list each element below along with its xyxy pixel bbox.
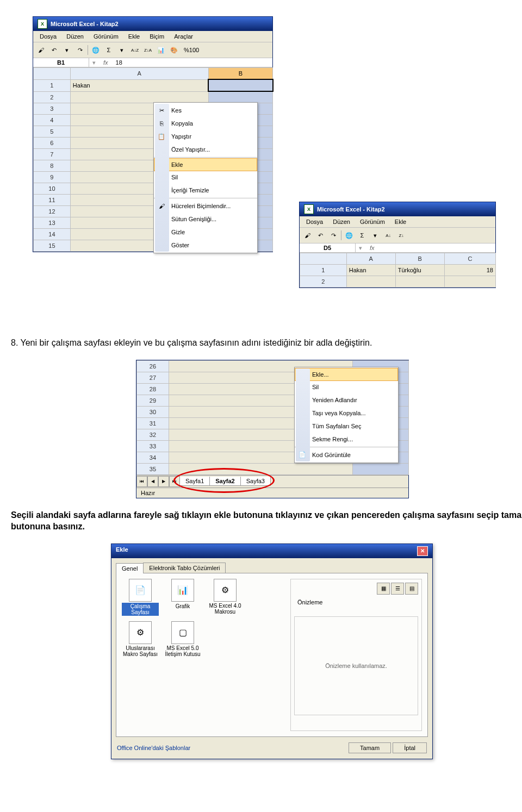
cell-a1[interactable]: Hakan <box>346 265 395 276</box>
tab-nav-next[interactable]: ▶ <box>158 476 169 487</box>
row-header[interactable]: 14 <box>34 229 71 240</box>
tab-genel[interactable]: Genel <box>116 563 144 573</box>
view-list[interactable]: ☰ <box>391 583 404 595</box>
row-header[interactable]: 1 <box>34 79 71 91</box>
cell-c1[interactable]: 18 <box>444 265 495 276</box>
ctx-yapistir[interactable]: 📋Yapıştır <box>154 130 257 143</box>
redo-dropdown-icon[interactable]: ▾ <box>61 45 72 55</box>
row-header[interactable]: 27 <box>137 372 169 383</box>
ctx-tum-sayfalari-sec[interactable]: Tüm Sayfaları Seç <box>295 420 398 433</box>
zoom-value[interactable]: %100 <box>182 47 201 53</box>
menu-dosya[interactable]: Dosya <box>35 32 61 41</box>
dropdown-icon[interactable]: ▾ <box>370 230 381 241</box>
redo-icon[interactable]: ↷ <box>328 230 339 241</box>
row-header[interactable]: 26 <box>137 360 169 372</box>
cancel-button[interactable]: İptal <box>393 742 427 753</box>
menu-ekle[interactable]: Ekle <box>124 32 144 41</box>
hyperlink-icon[interactable]: 🌐 <box>344 230 355 241</box>
menu-araclar[interactable]: Araçlar <box>170 32 197 41</box>
fx-label[interactable]: fx <box>365 245 379 251</box>
select-all-corner[interactable] <box>300 253 347 265</box>
menubar[interactable]: Dosya Düzen Görünüm Ekle <box>300 216 495 228</box>
menu-bicim[interactable]: Biçim <box>145 32 169 41</box>
row-header[interactable]: 11 <box>34 195 71 206</box>
view-details[interactable]: ▤ <box>405 583 418 595</box>
row-header[interactable]: 3 <box>34 103 71 115</box>
undo-icon[interactable]: ↶ <box>315 230 326 241</box>
undo-icon[interactable]: ↶ <box>48 45 59 55</box>
sheet-tab-sayfa2[interactable]: Sayfa2 <box>209 477 240 486</box>
ctx-ekle[interactable]: Ekle... <box>295 368 398 381</box>
cell-b1[interactable] <box>208 79 272 91</box>
fx-label[interactable]: fx <box>99 59 113 66</box>
ctx-ekle[interactable]: Ekle <box>154 158 257 171</box>
sum-icon[interactable]: Σ <box>357 230 368 241</box>
tab-nav-last[interactable]: ⏭ <box>169 476 180 487</box>
template-grafik[interactable]: 📊 Grafik <box>164 579 201 616</box>
hyperlink-icon[interactable]: 🌐 <box>90 45 101 55</box>
row-header[interactable]: 4 <box>34 115 71 126</box>
ctx-hucreleri-bicimlendir[interactable]: 🖌Hücreleri Biçimlendir... <box>154 199 257 213</box>
tab-cozumler[interactable]: Elektronik Tablo Çözümleri <box>143 563 226 573</box>
ctx-goster[interactable]: Göster <box>154 239 257 252</box>
row-header[interactable]: 34 <box>137 452 169 463</box>
sort-desc-icon[interactable]: Z↓A <box>142 45 153 55</box>
row-header[interactable]: 29 <box>137 395 169 406</box>
row-header[interactable]: 6 <box>34 138 71 149</box>
menu-duzen[interactable]: Düzen <box>328 217 355 226</box>
row-header[interactable]: 2 <box>34 91 71 103</box>
ctx-gizle[interactable]: Gizle <box>154 226 257 239</box>
row-header[interactable]: 15 <box>34 240 71 252</box>
menu-gorunum[interactable]: Görünüm <box>356 217 389 226</box>
row-header[interactable]: 5 <box>34 126 71 138</box>
formula-bar[interactable]: 18 <box>113 58 272 67</box>
row-header[interactable]: 30 <box>137 406 169 417</box>
row-header[interactable]: 31 <box>137 417 169 429</box>
paintbrush-icon[interactable]: 🖌 <box>302 230 313 241</box>
ctx-sil[interactable]: Sil <box>295 380 398 393</box>
name-box[interactable]: D5 <box>300 243 356 252</box>
row-header[interactable]: 1 <box>300 265 347 276</box>
ctx-kod-goruntule[interactable]: 📄Kod Görüntüle <box>295 448 398 461</box>
office-online-link[interactable]: Office Online'daki Şablonlar <box>117 745 190 751</box>
sheet-tab-sayfa3[interactable]: Sayfa3 <box>240 477 271 486</box>
chart-icon[interactable]: 📊 <box>156 45 166 55</box>
template-intl-makro[interactable]: ⚙ Uluslararası Makro Sayfası <box>122 621 159 657</box>
tab-nav-first[interactable]: ⏮ <box>136 476 147 487</box>
sum-icon[interactable]: Σ <box>103 45 114 55</box>
row-header[interactable]: 10 <box>34 183 71 195</box>
col-header-a[interactable]: A <box>346 253 395 265</box>
ctx-icerigi-temizle[interactable]: İçeriği Temizle <box>154 184 257 197</box>
ctx-sekme-rengi[interactable]: Sekme Rengi... <box>295 433 398 446</box>
dropdown-icon[interactable]: ▾ <box>116 45 127 55</box>
col-header-b[interactable]: B <box>395 253 444 265</box>
name-box[interactable]: B1 <box>33 58 89 67</box>
paintbrush-icon[interactable]: 🖌 <box>35 45 46 55</box>
ctx-sil[interactable]: Sil <box>154 171 257 184</box>
ctx-tasi-kopyala[interactable]: Taşı veya Kopyala... <box>295 407 398 420</box>
menu-gorunum[interactable]: Görünüm <box>89 32 123 41</box>
drawing-icon[interactable]: 🎨 <box>169 45 179 55</box>
close-button[interactable]: ✕ <box>417 546 428 556</box>
sort-asc-icon[interactable]: A↓Z <box>129 45 140 55</box>
cell-b1[interactable]: Türkoğlu <box>395 265 444 276</box>
cell-a1[interactable]: Hakan <box>70 79 208 91</box>
row-header[interactable]: 12 <box>34 206 71 217</box>
row-header[interactable]: 7 <box>34 149 71 160</box>
select-all-corner[interactable] <box>34 68 71 80</box>
row-header[interactable]: 32 <box>137 429 169 440</box>
namebox-dropdown-icon[interactable]: ▾ <box>356 245 365 252</box>
ctx-kes[interactable]: ✂Kes <box>154 104 257 117</box>
menu-duzen[interactable]: Düzen <box>62 32 88 41</box>
row-header[interactable]: 33 <box>137 440 169 452</box>
row-header[interactable]: 13 <box>34 217 71 229</box>
row-header[interactable]: 35 <box>137 463 169 474</box>
menubar[interactable]: Dosya Düzen Görünüm Ekle Biçim Araçlar <box>33 31 272 42</box>
ctx-kopyala[interactable]: ⎘Kopyala <box>154 117 257 130</box>
template-calisma-sayfasi[interactable]: 📄 Çalışma Sayfası <box>122 579 159 616</box>
ctx-sutun-genisligi[interactable]: Sütun Genişliği... <box>154 213 257 226</box>
col-header-b[interactable]: B <box>208 68 272 80</box>
template-makro4[interactable]: ⚙ MS Excel 4.0 Makrosu <box>207 579 244 616</box>
row-header[interactable]: 9 <box>34 172 71 183</box>
sheet-tab-sayfa1[interactable]: Sayfa1 <box>179 477 210 486</box>
